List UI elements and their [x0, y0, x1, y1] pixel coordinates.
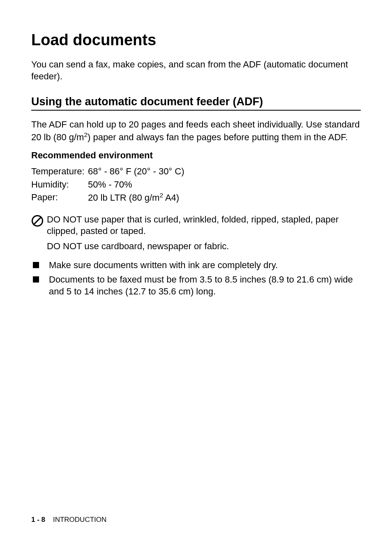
footer-section: INTRODUCTION: [53, 516, 106, 524]
adf-description: The ADF can hold up to 20 pages and feed…: [31, 119, 361, 144]
prohibit-icon: [31, 215, 44, 227]
env-label-temperature: Temperature:: [31, 165, 88, 178]
prohibit-line-1: DO NOT use paper that is curled, wrinkle…: [47, 214, 361, 237]
env-row-humidity: Humidity: 50% - 70%: [31, 178, 361, 191]
adf-desc-sup: 2: [84, 131, 88, 138]
prohibit-text: DO NOT use paper that is curled, wrinkle…: [47, 214, 361, 256]
env-value-temperature: 68° - 86° F (20° - 30° C): [88, 165, 361, 178]
env-label-paper: Paper:: [31, 191, 88, 204]
list-item: Documents to be faxed must be from 3.5 t…: [31, 274, 361, 297]
page-footer: 1 - 8 INTRODUCTION: [31, 516, 106, 524]
svg-line-1: [34, 217, 41, 224]
environment-table: Temperature: 68° - 86° F (20° - 30° C) H…: [31, 165, 361, 205]
prohibit-line-2: DO NOT use cardboard, newspaper or fabri…: [47, 241, 361, 253]
footer-section-label: [47, 516, 53, 524]
square-bullet-icon: [33, 276, 39, 283]
env-heading: Recommended environment: [31, 150, 361, 161]
env-row-paper: Paper: 20 lb LTR (80 g/m2 A4): [31, 191, 361, 204]
env-value-paper: 20 lb LTR (80 g/m2 A4): [88, 191, 361, 204]
section-heading-adf: Using the automatic document feeder (ADF…: [31, 95, 361, 111]
footer-page-number: 1 - 8: [31, 516, 45, 524]
env-paper-sup: 2: [159, 192, 163, 199]
bullet-text-1: Make sure documents written with ink are…: [49, 259, 361, 271]
intro-paragraph: You can send a fax, make copies, and sca…: [31, 59, 361, 82]
env-row-temperature: Temperature: 68° - 86° F (20° - 30° C): [31, 165, 361, 178]
bullet-text-2: Documents to be faxed must be from 3.5 t…: [49, 274, 361, 297]
env-paper-post: A4): [163, 193, 179, 203]
env-value-humidity: 50% - 70%: [88, 178, 361, 191]
prohibition-note: DO NOT use paper that is curled, wrinkle…: [31, 214, 361, 256]
square-bullet-icon: [33, 262, 39, 268]
env-paper-pre: 20 lb LTR (80 g/m: [88, 193, 159, 203]
list-item: Make sure documents written with ink are…: [31, 259, 361, 271]
guidelines-list: Make sure documents written with ink are…: [31, 259, 361, 297]
env-label-humidity: Humidity:: [31, 178, 88, 191]
page-title: Load documents: [31, 31, 361, 49]
adf-desc-post: ) paper and always fan the pages before …: [88, 132, 348, 142]
